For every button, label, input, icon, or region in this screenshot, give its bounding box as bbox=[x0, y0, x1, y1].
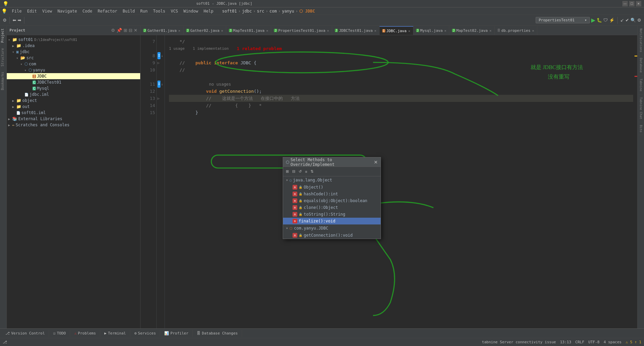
sidebar-collapse-button[interactable]: ⊟ bbox=[129, 28, 132, 33]
dialog-toolbar-btn-2[interactable]: ⊟ bbox=[291, 169, 297, 174]
left-tab-structure[interactable]: Structure bbox=[0, 45, 6, 69]
sidebar-pin-button[interactable]: 📌 bbox=[116, 28, 122, 33]
tab-mysql[interactable]: J Mysql.java ✕ bbox=[413, 26, 450, 35]
tab-close-maptest01[interactable]: ✕ bbox=[266, 29, 268, 33]
tree-item-Mysql[interactable]: C Mysql bbox=[7, 85, 140, 91]
menu-view[interactable]: View bbox=[40, 8, 55, 14]
minimize-button[interactable]: — bbox=[622, 1, 628, 6]
vcs-update-button[interactable]: ↙ bbox=[620, 18, 624, 23]
dialog-item-Object[interactable]: m 🔒 Object() bbox=[283, 184, 381, 191]
tree-item-ext-libs[interactable]: ▶ 📚 External Libraries bbox=[7, 116, 140, 122]
sidebar-gear-button[interactable]: ⚙ bbox=[111, 28, 115, 33]
tab-gather02[interactable]: J Gather02.java ✕ bbox=[184, 26, 227, 35]
crlf[interactable]: CRLF bbox=[575, 340, 584, 344]
settings-button[interactable]: ⚙ bbox=[637, 18, 641, 23]
tab-close-jdbc[interactable]: ✕ bbox=[408, 29, 410, 33]
tree-item-jdbc[interactable]: ▾ ▣ jdbc bbox=[7, 49, 140, 55]
run-config-selector[interactable]: PropertiesTest01 ▾ bbox=[536, 17, 590, 23]
right-tab-tabnine[interactable]: Tabnine bbox=[639, 76, 643, 94]
tab-propertiestest01[interactable]: J PropertiesTest01.java ✕ bbox=[271, 26, 332, 35]
tab-gather01[interactable]: J Gather01.java ✕ bbox=[141, 26, 184, 35]
bottom-tab-profiler[interactable]: 📊 Profiler bbox=[160, 330, 193, 337]
dialog-item-hashCode[interactable]: m 🔒 hashCode():int bbox=[283, 191, 381, 197]
dialog-item-getConnection[interactable]: m 🔒 getConnection():void bbox=[283, 232, 381, 239]
gutter-8[interactable]: I ↓ bbox=[157, 52, 164, 59]
tab-close-propertiestest01[interactable]: ✕ bbox=[327, 29, 329, 33]
tree-item-jdbc-iml[interactable]: 📄 jdbc.iml bbox=[7, 91, 140, 98]
sidebar-close-button[interactable]: ✕ bbox=[134, 28, 137, 33]
fold-icon-9[interactable]: ▷ bbox=[157, 59, 159, 66]
menu-tools[interactable]: Tools bbox=[150, 8, 168, 14]
bottom-tab-version-control[interactable]: ⎇ Version Control bbox=[1, 330, 49, 337]
dialog-toolbar-btn-5[interactable]: ⇅ bbox=[309, 169, 315, 174]
debug-button[interactable]: 🐛 bbox=[597, 18, 602, 23]
dialog-group-object-header[interactable]: ▾ ○ java.lang.Object bbox=[283, 176, 381, 184]
tab-close-dbproperties[interactable]: ✕ bbox=[532, 29, 534, 33]
close-button[interactable]: ✕ bbox=[636, 1, 641, 6]
bottom-tab-services[interactable]: ⚙ Services bbox=[130, 330, 160, 337]
run-button[interactable]: ▶ bbox=[591, 17, 595, 23]
dialog-toolbar-btn-4[interactable]: ≡ bbox=[304, 169, 308, 174]
tree-item-JDBCTest01[interactable]: C JDBCTest01 bbox=[7, 79, 140, 85]
menu-vcs[interactable]: VCS bbox=[168, 8, 181, 14]
menu-help[interactable]: Help bbox=[201, 8, 216, 14]
profile-button[interactable]: ⚡ bbox=[609, 18, 615, 23]
sidebar-expand-button[interactable]: ⊞ bbox=[124, 28, 127, 33]
menu-run[interactable]: Run bbox=[137, 8, 150, 14]
tree-item-idea[interactable]: ▶ 📁 .idea bbox=[7, 43, 140, 49]
right-tab-tabnine-chat[interactable]: Tabnine Chat bbox=[639, 94, 643, 122]
tree-item-out[interactable]: ▶ 📁 out bbox=[7, 104, 140, 110]
gutter-11[interactable]: I ↓ bbox=[157, 81, 164, 88]
tab-close-jdbctest01[interactable]: ✕ bbox=[374, 29, 377, 33]
tab-close-gather01[interactable]: ✕ bbox=[178, 29, 180, 33]
bottom-tab-terminal[interactable]: ▶ Terminal bbox=[100, 330, 130, 337]
tree-item-soft01-iml[interactable]: 📄 soft01.iml bbox=[7, 110, 140, 116]
nav-forward-button[interactable]: ➡ bbox=[18, 18, 21, 23]
menu-refactor[interactable]: Refactor bbox=[95, 8, 120, 14]
menu-window[interactable]: Window bbox=[181, 8, 201, 14]
line-col[interactable]: 13:13 bbox=[560, 340, 571, 344]
nav-back-button[interactable]: ⬅ bbox=[13, 18, 16, 23]
tree-item-com[interactable]: ▾ ⬡ com bbox=[7, 61, 140, 67]
tree-item-object[interactable]: ▶ 📁 object bbox=[7, 98, 140, 104]
right-tab-database[interactable]: Database bbox=[639, 55, 643, 75]
code-editor[interactable]: */ 1 usage 1 implementation 1 related pr… bbox=[165, 35, 637, 328]
left-tab-bookmarks[interactable]: Bookmarks bbox=[0, 69, 6, 93]
indent[interactable]: 4 spaces bbox=[604, 340, 622, 344]
left-tab-project[interactable]: Project bbox=[0, 26, 6, 45]
coverage-button[interactable]: 🛡 bbox=[603, 18, 608, 23]
tab-dbproperties[interactable]: 🗄 db.properties ✕ bbox=[495, 26, 537, 35]
tab-jdbctest01[interactable]: J JDBCTest01.java ✕ bbox=[332, 26, 380, 35]
tab-close-maptest02[interactable]: ✕ bbox=[489, 29, 491, 33]
menu-build[interactable]: Build bbox=[120, 8, 137, 14]
tab-close-gather02[interactable]: ✕ bbox=[221, 29, 223, 33]
right-tab-bito[interactable]: Bito bbox=[639, 122, 643, 135]
dialog-group-jdbc-header[interactable]: ▾ ⬡ com.yanyu.JDBC bbox=[283, 224, 381, 232]
tree-item-src[interactable]: ▾ 📂 src bbox=[7, 55, 140, 61]
right-tab-notifications[interactable]: Notifications bbox=[639, 26, 643, 55]
menu-file[interactable]: File bbox=[9, 8, 24, 14]
project-structure-button[interactable]: ⚙ bbox=[3, 18, 7, 23]
menu-code[interactable]: Code bbox=[80, 8, 95, 14]
tab-jdbc-active[interactable]: I JDBC.java ✕ bbox=[380, 26, 413, 35]
search-everywhere-button[interactable]: 🔍 bbox=[630, 18, 636, 23]
dialog-item-equals[interactable]: m 🔒 equals(obj:Object):boolean bbox=[283, 197, 381, 204]
dialog-toolbar-btn-1[interactable]: ⊞ bbox=[284, 169, 290, 174]
bottom-tab-database-changes[interactable]: 🗄 Database Changes bbox=[193, 330, 242, 337]
dialog-item-clone[interactable]: m 🔒 clone():Object bbox=[283, 204, 381, 211]
bottom-tab-todo[interactable]: ☑ TODO bbox=[49, 330, 70, 337]
vcs-commit-button[interactable]: ✔ bbox=[625, 18, 629, 23]
bottom-tab-problems[interactable]: ⚠ Problems bbox=[70, 330, 100, 337]
tree-item-scratches[interactable]: ▶ ✏ Scratches and Consoles bbox=[7, 122, 140, 128]
fold-icon-13[interactable]: ▷ bbox=[157, 95, 159, 102]
tree-item-soft01[interactable]: ▾ 📁 soft01 D:\IdeaProject\soft01 bbox=[7, 37, 140, 43]
menu-navigate[interactable]: Navigate bbox=[55, 8, 80, 14]
tree-item-yanyu[interactable]: ▾ ⬡ yanyu bbox=[7, 67, 140, 73]
tab-maptest01[interactable]: J MapTest01.java ✕ bbox=[226, 26, 271, 35]
tab-maptest02[interactable]: J MapTest02.java ✕ bbox=[449, 26, 494, 35]
tree-item-JDBC[interactable]: I JDBC bbox=[7, 73, 140, 79]
dialog-toolbar-btn-3[interactable]: ↺ bbox=[297, 169, 303, 174]
dialog-item-finalize[interactable]: m finalize():void bbox=[283, 218, 381, 224]
warnings-count[interactable]: ⚠ 5 ↑ 1 bbox=[626, 340, 641, 344]
encoding[interactable]: UTF-8 bbox=[588, 340, 600, 344]
